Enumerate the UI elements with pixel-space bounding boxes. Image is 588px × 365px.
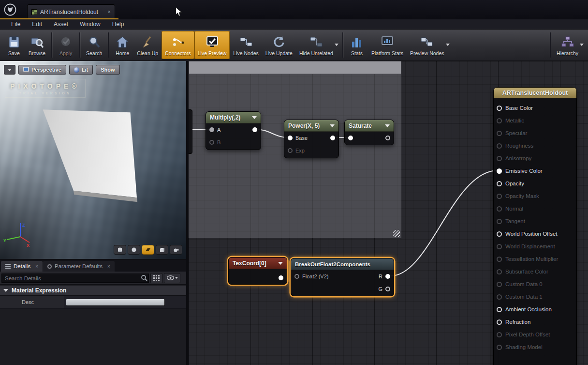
preview-cube-button[interactable] (156, 245, 168, 255)
menu-window[interactable]: Window (74, 19, 106, 29)
node-multiply[interactable]: Multiply(,2) A B (206, 111, 261, 150)
pin-breakout-g-output[interactable]: G (378, 286, 390, 292)
offscreen-node-edge[interactable] (189, 109, 192, 154)
browse-icon (30, 34, 44, 50)
preview-custom-mesh-button[interactable] (170, 245, 182, 255)
live-update-button[interactable]: Live Update (262, 31, 296, 59)
chevron-down-icon[interactable] (330, 124, 335, 127)
material-pin-subsurface-color[interactable]: Subsurface Color (494, 265, 576, 278)
material-pin-custom-data-1[interactable]: Custom Data 1 (494, 290, 576, 303)
chevron-down-icon[interactable] (580, 44, 584, 46)
preview-nodes-button[interactable]: Preview Nodes (407, 31, 451, 59)
pin-multiply-output[interactable] (252, 127, 257, 132)
node-saturate[interactable]: Saturate (344, 120, 394, 145)
pin-power-exp[interactable]: Exp (284, 144, 338, 157)
node-material-result[interactable]: ARTranslucentHoldout Base Color Metallic… (493, 87, 577, 365)
close-icon[interactable]: × (35, 264, 38, 269)
chevron-down-icon[interactable] (385, 124, 390, 127)
menu-file[interactable]: File (5, 19, 26, 29)
menu-edit[interactable]: Edit (26, 19, 48, 29)
pin-power-output[interactable] (330, 136, 335, 140)
viewport-options-button[interactable] (4, 65, 15, 75)
node-saturate-header[interactable]: Saturate (345, 120, 394, 132)
material-pin-specular[interactable]: Specular (494, 127, 576, 139)
platform-stats-icon (380, 34, 395, 50)
tab-details[interactable]: Details × (1, 261, 43, 272)
pin-saturate-output[interactable] (385, 136, 390, 140)
details-search-input[interactable] (1, 274, 149, 283)
comment-box-header[interactable] (189, 61, 401, 74)
home-button[interactable]: Home (111, 31, 133, 59)
preview-cylinder-button[interactable] (114, 245, 126, 255)
material-pin-tessellation-multiplier[interactable]: Tessellation Multiplier (494, 253, 576, 265)
node-power-header[interactable]: Power(X, 5) (284, 120, 338, 132)
tab-parameter-defaults[interactable]: Parameter Defaults × (43, 261, 115, 272)
material-pin-anisotropy[interactable]: Anisotropy (494, 152, 576, 165)
live-nodes-button[interactable]: Live Nodes (230, 31, 262, 59)
material-pin-opacity[interactable]: Opacity (494, 177, 576, 190)
perspective-button[interactable]: Perspective (18, 65, 66, 75)
material-graph-canvas[interactable]: Multiply(,2) A B Power(X, 5) Base Exp Sa… (189, 61, 588, 365)
chevron-down-icon[interactable] (278, 262, 283, 265)
material-pin-world-displacement[interactable]: World Displacement (494, 240, 576, 253)
pin-breakout-float2-input[interactable]: Float2 (V2) (294, 274, 328, 279)
chevron-down-icon[interactable] (446, 44, 450, 46)
material-pin-pixel-depth-offset[interactable]: Pixel Depth Offset (494, 328, 576, 341)
hide-unrelated-icon (309, 34, 323, 50)
material-node-header[interactable]: ARTranslucentHoldout (494, 88, 576, 98)
pin-texcoord-output[interactable] (279, 275, 283, 280)
chevron-down-icon[interactable] (335, 44, 338, 46)
clean-up-button[interactable]: Clean Up (133, 31, 162, 59)
pin-dot (385, 274, 390, 279)
asset-tab[interactable]: ARTranslucentHoldout × (27, 4, 115, 19)
chevron-down-icon[interactable] (252, 116, 257, 119)
pin-breakout-r-output[interactable]: R (379, 274, 390, 279)
platform-stats-button[interactable]: Platform Stats (368, 31, 407, 59)
preview-sphere-button[interactable] (128, 245, 140, 255)
view-options-button[interactable] (164, 273, 180, 283)
material-pin-emissive-color[interactable]: Emissive Color (494, 165, 576, 177)
property-matrix-button[interactable] (150, 273, 162, 283)
material-pin-normal[interactable]: Normal (494, 202, 576, 215)
material-pin-opacity-mask[interactable]: Opacity Mask (494, 190, 576, 202)
material-pin-tangent[interactable]: Tangent (494, 215, 576, 228)
pin-multiply-b[interactable]: B (206, 136, 261, 149)
comment-resize-grip[interactable] (393, 230, 400, 237)
node-breakout-header[interactable]: BreakOutFloat2Components (291, 259, 394, 270)
live-preview-button[interactable]: Live Preview (194, 31, 230, 59)
material-pin-roughness[interactable]: Roughness (494, 139, 576, 152)
node-texcoord-header[interactable]: TexCoord[0] (229, 258, 287, 269)
live-preview-icon (205, 34, 220, 50)
hierarchy-button[interactable]: Hierarchy (553, 31, 585, 59)
desc-input[interactable] (66, 299, 165, 306)
save-button[interactable]: Save (3, 31, 25, 59)
search-button[interactable]: Search (83, 31, 105, 59)
show-button[interactable]: Show (96, 65, 119, 75)
material-pin-base-color[interactable]: Base Color (494, 102, 576, 114)
hide-unrelated-button[interactable]: Hide Unrelated (296, 31, 340, 59)
material-expression-section-header[interactable]: Material Expression (0, 286, 186, 296)
lit-mode-button[interactable]: Lit (69, 65, 93, 75)
material-pin-ambient-occlusion[interactable]: Ambient Occlusion (494, 303, 576, 316)
material-pin-refraction[interactable]: Refraction (494, 316, 576, 328)
preview-plane-button[interactable] (142, 245, 154, 255)
browse-button[interactable]: Browse (25, 31, 49, 59)
menu-help[interactable]: Help (106, 19, 130, 29)
material-pin-world-position-offset[interactable]: World Position Offset (494, 228, 576, 240)
tab-close-icon[interactable]: × (108, 9, 111, 15)
node-multiply-header[interactable]: Multiply(,2) (206, 112, 261, 123)
node-texcoord[interactable]: TexCoord[0] (228, 257, 287, 285)
connectors-button[interactable]: Connectors (162, 31, 194, 59)
asset-tab-title: ARTranslucentHoldout (40, 9, 98, 15)
node-breakout-float2[interactable]: BreakOutFloat2Components Float2 (V2) R G (291, 258, 394, 296)
pin-dot (497, 156, 502, 161)
material-pin-custom-data-0[interactable]: Custom Data 0 (494, 278, 576, 290)
close-icon[interactable]: × (107, 264, 110, 269)
pin-saturate-input[interactable] (348, 136, 353, 140)
stats-button[interactable]: Stats (346, 31, 368, 59)
material-pin-shading-model[interactable]: Shading Model (494, 341, 576, 353)
preview-viewport[interactable]: Perspective Lit Show PIXOTOPE® TRIAL VER… (0, 61, 186, 259)
node-power[interactable]: Power(X, 5) Base Exp (284, 120, 339, 158)
material-pin-metallic[interactable]: Metallic (494, 114, 576, 127)
menu-asset[interactable]: Asset (48, 19, 74, 29)
